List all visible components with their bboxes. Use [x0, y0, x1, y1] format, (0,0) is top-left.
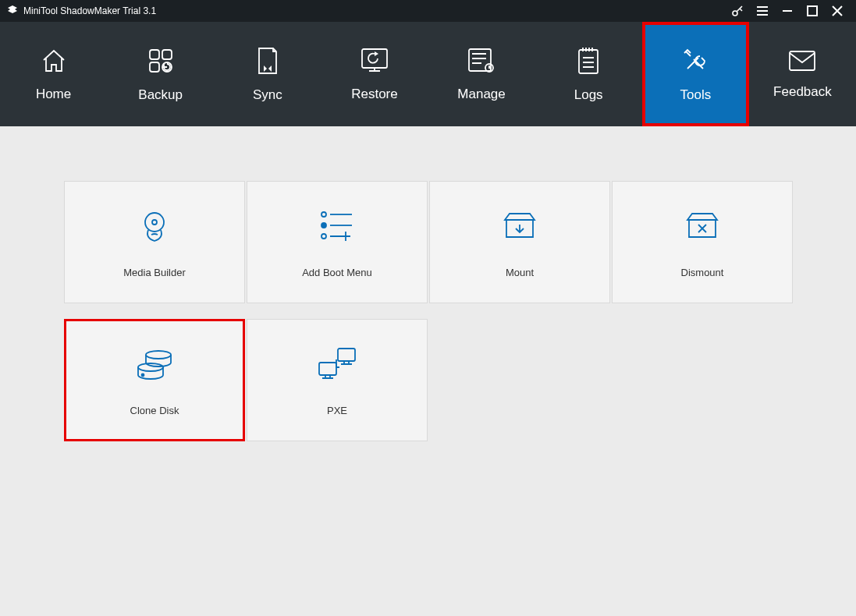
svg-rect-1 [808, 6, 817, 16]
card-mount-label: Mount [506, 267, 534, 278]
home-icon [39, 46, 69, 76]
svg-point-15 [321, 234, 326, 239]
tab-backup-label: Backup [138, 87, 183, 103]
tab-tools[interactable]: Tools [642, 22, 749, 126]
tab-home-label: Home [36, 87, 71, 102]
nav-tabbar: Home Backup Sync Restore Manage Logs Too… [0, 22, 856, 126]
svg-point-11 [145, 213, 164, 232]
svg-rect-20 [319, 363, 336, 375]
tab-logs-label: Logs [574, 87, 603, 103]
app-icon [6, 5, 19, 17]
svg-point-14 [321, 223, 326, 228]
minimize-button[interactable] [775, 0, 800, 22]
tab-restore[interactable]: Restore [321, 22, 428, 126]
close-icon [831, 5, 844, 17]
card-add-boot-menu[interactable]: Add Boot Menu [247, 181, 428, 303]
menu-button[interactable] [750, 0, 775, 22]
card-add-boot-menu-label: Add Boot Menu [302, 267, 372, 278]
manage-icon [466, 46, 497, 76]
hamburger-icon [755, 4, 769, 18]
svg-rect-9 [579, 50, 598, 73]
tools-grid: Media Builder Add Boot Menu Mount Dismou… [64, 181, 792, 441]
media-builder-icon [136, 207, 173, 244]
dismount-icon [684, 209, 720, 242]
clone-disk-icon [133, 345, 176, 381]
card-clone-disk-label: Clone Disk [130, 405, 179, 416]
maximize-button[interactable] [800, 0, 825, 22]
card-dismount-label: Dismount [681, 267, 724, 278]
svg-rect-7 [469, 49, 491, 71]
add-boot-menu-icon [318, 208, 357, 243]
pxe-icon [316, 345, 358, 381]
key-icon [730, 4, 744, 18]
titlebar: MiniTool ShadowMaker Trial 3.1 [0, 0, 856, 22]
tab-sync[interactable]: Sync [214, 22, 321, 126]
card-pxe-label: PXE [327, 405, 347, 416]
svg-point-16 [146, 351, 171, 359]
tab-manage-label: Manage [457, 87, 505, 102]
tab-feedback-label: Feedback [773, 84, 832, 100]
card-dismount[interactable]: Dismount [612, 181, 793, 303]
tools-icon [680, 45, 711, 76]
tab-manage[interactable]: Manage [428, 22, 535, 126]
tools-content: Media Builder Add Boot Menu Mount Dismou… [0, 126, 856, 496]
card-media-builder[interactable]: Media Builder [64, 181, 245, 303]
key-button[interactable] [725, 0, 750, 22]
tab-restore-label: Restore [351, 87, 398, 102]
backup-icon [145, 45, 176, 76]
sync-icon [254, 45, 281, 76]
maximize-icon [807, 5, 818, 16]
tab-home[interactable]: Home [0, 22, 107, 126]
card-media-builder-label: Media Builder [123, 267, 186, 278]
card-pxe[interactable]: PXE [247, 319, 428, 441]
svg-point-13 [321, 212, 326, 217]
svg-rect-4 [150, 62, 159, 72]
svg-rect-3 [162, 50, 172, 59]
logs-icon [575, 45, 602, 76]
restore-icon [358, 46, 391, 76]
svg-rect-19 [338, 349, 355, 361]
tab-sync-label: Sync [253, 87, 282, 103]
svg-point-17 [138, 363, 163, 371]
tab-logs[interactable]: Logs [535, 22, 642, 126]
tab-feedback[interactable]: Feedback [749, 22, 856, 126]
svg-point-12 [152, 220, 157, 225]
tab-tools-label: Tools [680, 87, 711, 103]
app-logo: MiniTool ShadowMaker Trial 3.1 [6, 5, 156, 17]
feedback-icon [787, 48, 818, 73]
card-clone-disk[interactable]: Clone Disk [64, 319, 245, 441]
tab-backup[interactable]: Backup [107, 22, 214, 126]
mount-icon [502, 209, 538, 242]
svg-rect-10 [790, 51, 815, 70]
card-mount[interactable]: Mount [429, 181, 610, 303]
minimize-icon [780, 4, 794, 18]
close-button[interactable] [825, 0, 850, 22]
app-title: MiniTool ShadowMaker Trial 3.1 [23, 5, 156, 16]
svg-rect-2 [150, 50, 159, 59]
svg-point-18 [142, 374, 144, 377]
